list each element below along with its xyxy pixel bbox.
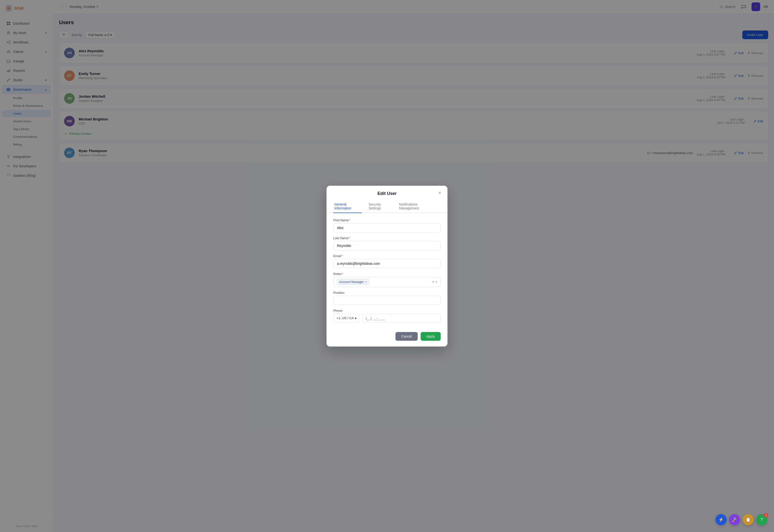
first-name-label: First Name* (333, 218, 441, 222)
cancel-button[interactable]: Cancel (395, 332, 418, 341)
phone-country-value: +1, US / CA (336, 316, 354, 320)
first-name-input[interactable] (333, 223, 441, 232)
modal-footer: Cancel Apply (327, 327, 447, 341)
roles-input[interactable]: Account Manager × × ▾ (333, 277, 441, 287)
modal-title: Edit User (333, 191, 441, 196)
first-name-group: First Name* (333, 218, 441, 232)
last-name-group: Last Name* (333, 236, 441, 250)
phone-label: Phone (333, 309, 441, 312)
role-tag-label: Account Manager (339, 280, 364, 284)
modal-tabs: General Information Security Settings No… (327, 200, 447, 213)
fab-help[interactable]: ? 1 (756, 514, 767, 525)
email-group: Email* (333, 254, 441, 268)
position-group: Position (333, 291, 441, 305)
fab-clipboard[interactable]: 📋 (743, 514, 754, 525)
roles-clear-button[interactable]: × (432, 280, 434, 284)
fab-container: ⚡ 🚀 📋 ? 1 (715, 514, 767, 525)
position-label: Position (333, 291, 441, 295)
apply-button[interactable]: Apply (421, 332, 441, 341)
edit-user-modal: Edit User × General Information Security… (327, 186, 447, 347)
modal-header: Edit User (327, 186, 447, 196)
fab-help-icon: ? (760, 517, 763, 522)
roles-group: Roles* Account Manager × × ▾ (333, 272, 441, 287)
modal-body: First Name* Last Name* Email* (327, 213, 447, 323)
modal-close-button[interactable]: × (436, 190, 443, 196)
fab-lightning[interactable]: ⚡ (715, 514, 727, 525)
phone-number-input[interactable] (362, 314, 441, 323)
chevron-down-icon: ▾ (355, 316, 357, 320)
tab-general-information[interactable]: General Information (333, 200, 362, 213)
tab-security-settings[interactable]: Security Settings (368, 200, 392, 213)
phone-group: Phone +1, US / CA ▾ (333, 309, 441, 323)
phone-country-dropdown[interactable]: +1, US / CA ▾ (333, 314, 360, 323)
last-name-input[interactable] (333, 241, 441, 250)
role-tag-remove[interactable]: × (365, 280, 367, 283)
fab-badge: 1 (764, 513, 768, 517)
email-label: Email* (333, 254, 441, 258)
tab-notifications-management[interactable]: Notifications Management (398, 200, 435, 213)
position-input[interactable] (333, 296, 441, 305)
role-tag: Account Manager × (337, 279, 369, 285)
phone-row: +1, US / CA ▾ (333, 314, 441, 323)
fab-rocket[interactable]: 🚀 (729, 514, 740, 525)
last-name-label: Last Name* (333, 236, 441, 240)
roles-chevron-icon[interactable]: ▾ (436, 280, 437, 284)
email-input[interactable] (333, 259, 441, 268)
roles-label: Roles* (333, 272, 441, 276)
modal-overlay[interactable]: Edit User × General Information Security… (0, 0, 774, 532)
